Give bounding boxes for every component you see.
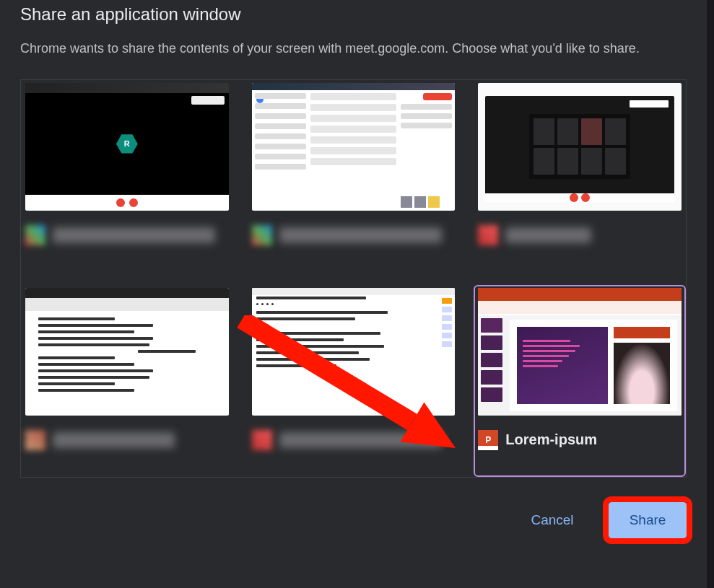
window-label-row: [252, 426, 456, 455]
window-tile-3[interactable]: [475, 82, 684, 271]
share-button[interactable]: Share: [609, 502, 687, 538]
window-label-row: [25, 426, 229, 455]
window-thumbnail: [478, 288, 682, 416]
app-icon: [478, 225, 498, 245]
dialog-title: Share an application window: [20, 0, 687, 39]
app-icon: [252, 430, 272, 450]
window-label: Lorem-ipsum: [505, 431, 597, 448]
window-tile-2[interactable]: [249, 82, 458, 271]
background-strip: [707, 0, 714, 588]
cancel-button[interactable]: Cancel: [513, 502, 591, 538]
window-thumbnail: [25, 288, 229, 416]
window-label: [279, 227, 442, 243]
window-thumbnail: R: [25, 83, 229, 211]
window-tile-5[interactable]: [249, 286, 458, 475]
app-icon: [25, 225, 45, 245]
window-tile-4[interactable]: [22, 286, 232, 475]
window-label-row: [25, 221, 229, 250]
dialog-subtitle: Chrome wants to share the contents of yo…: [20, 39, 687, 79]
window-label: [53, 227, 215, 243]
window-label: [279, 432, 442, 448]
share-dialog: Share an application window Chrome wants…: [0, 0, 707, 588]
window-label: [53, 432, 175, 448]
window-thumbnail: [252, 288, 456, 416]
app-icon: [25, 430, 45, 450]
window-label-row: Lorem-ipsum: [478, 426, 682, 455]
window-tile-1[interactable]: R: [22, 82, 232, 271]
dialog-footer: Cancel Share: [20, 478, 687, 538]
window-label-row: [252, 221, 456, 250]
avatar-initial: R: [116, 133, 138, 154]
app-icon: [252, 225, 272, 245]
powerpoint-icon: [478, 430, 498, 450]
window-label-row: [478, 221, 682, 250]
window-label: [505, 227, 591, 243]
window-thumbnail: [252, 83, 456, 211]
window-grid: R: [20, 79, 687, 478]
window-thumbnail: [478, 83, 682, 211]
window-tile-6[interactable]: Lorem-ipsum: [475, 286, 684, 475]
